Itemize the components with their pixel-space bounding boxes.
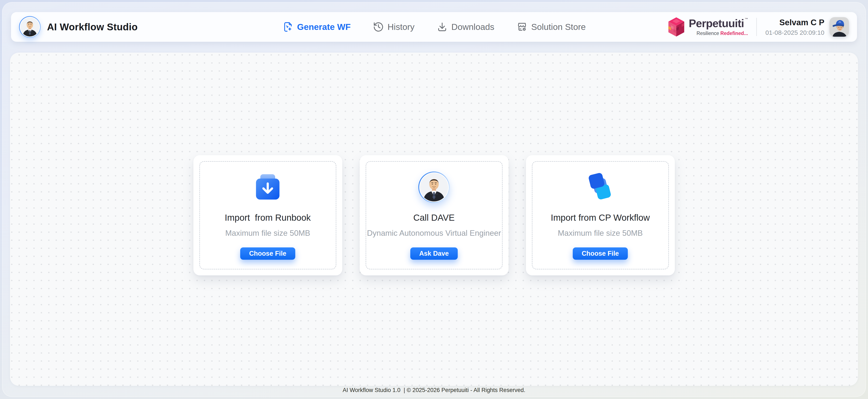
cp-workflow-stack-icon	[585, 171, 616, 203]
brand-wordmark: Perpetuuiti	[689, 18, 744, 29]
user-meta: Selvam C P 01-08-2025 20:09:10	[765, 18, 825, 36]
footer-copyright: AI Workflow Studio 1.0 | © 2025-2026 Per…	[2, 387, 866, 394]
dave-avatar-small-icon	[20, 17, 40, 37]
trademark-symbol: ™	[745, 18, 748, 21]
header-right-section: Perpetuuiti ™ Resilience Redefined... Se…	[667, 17, 849, 37]
perpetuuiti-cube-icon	[667, 17, 685, 37]
nav-label: Generate WF	[297, 22, 351, 32]
cp-workflow-file-dropzone[interactable]: Import from CP Workflow Maximum file siz…	[532, 161, 669, 269]
app-container: AI Workflow Studio Generate WF	[2, 2, 866, 397]
page-title: AI Workflow Studio	[47, 21, 138, 33]
card-title: Call DAVE	[413, 212, 455, 223]
perpetuuiti-logo-text: Perpetuuiti ™ Resilience Redefined...	[689, 18, 748, 36]
dave-avatar-ring	[418, 172, 450, 203]
card-subtitle: Maximum file size 50MB	[225, 229, 310, 238]
runbook-download-icon	[253, 171, 283, 203]
card-subtitle: Maximum file size 50MB	[558, 229, 643, 238]
ask-dave-button[interactable]: Ask Dave	[410, 248, 458, 260]
runbook-file-dropzone[interactable]: Import from Runbook Maximum file size 50…	[199, 161, 336, 269]
nav-item-solution-store[interactable]: Solution Store	[517, 21, 586, 33]
choose-file-button-runbook[interactable]: Choose File	[240, 248, 295, 260]
card-title: Import from Runbook	[225, 212, 311, 223]
action-cards-row: Import from Runbook Maximum file size 50…	[10, 155, 858, 276]
user-name: Selvam C P	[765, 18, 825, 27]
main-nav: Generate WF History Downloads	[282, 12, 586, 42]
app-logo-avatar	[19, 16, 41, 38]
app-brand: AI Workflow Studio	[19, 16, 138, 38]
tagline-primary: Resilience	[696, 31, 719, 36]
nav-label: Solution Store	[531, 22, 586, 32]
nav-item-downloads[interactable]: Downloads	[437, 21, 494, 33]
card-title: Import from CP Workflow	[551, 212, 650, 223]
nav-item-history[interactable]: History	[373, 21, 414, 33]
card-import-runbook: Import from Runbook Maximum file size 50…	[193, 155, 342, 276]
call-dave-panel: Call DAVE Dynamic Autonomous Virtual Eng…	[366, 161, 503, 269]
downloads-icon	[437, 21, 448, 33]
history-icon	[373, 21, 384, 33]
card-call-dave: Call DAVE Dynamic Autonomous Virtual Eng…	[360, 155, 508, 276]
tagline-accent: Redefined...	[720, 31, 748, 36]
current-datetime: 01-08-2025 20:09:10	[765, 29, 825, 36]
card-import-cp-workflow: Import from CP Workflow Maximum file siz…	[526, 155, 675, 276]
card-subtitle: Dynamic Autonomous Virtual Engineer	[367, 229, 501, 238]
generate-wf-icon	[282, 21, 294, 33]
perpetuuiti-logo: Perpetuuiti ™ Resilience Redefined...	[667, 17, 748, 37]
nav-label: Downloads	[452, 22, 494, 32]
nav-label: History	[388, 22, 414, 32]
solution-store-icon	[517, 21, 528, 33]
user-avatar-photo-icon	[830, 17, 849, 37]
nav-item-generate-wf[interactable]: Generate WF	[282, 21, 351, 33]
top-navigation-bar: AI Workflow Studio Generate WF	[11, 12, 857, 42]
header-divider	[756, 18, 757, 36]
workspace-canvas: Import from Runbook Maximum file size 50…	[10, 53, 858, 386]
user-avatar[interactable]	[830, 17, 849, 37]
brand-tagline: Resilience Redefined...	[696, 31, 748, 36]
choose-file-button-cp-workflow[interactable]: Choose File	[573, 248, 628, 260]
dave-avatar	[418, 171, 450, 203]
